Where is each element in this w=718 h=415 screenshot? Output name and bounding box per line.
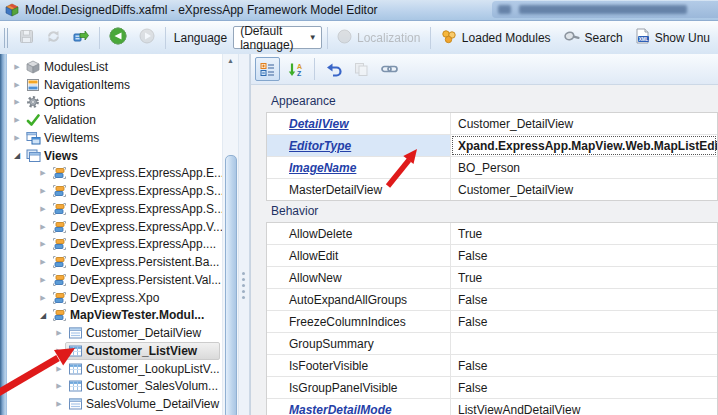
category-header-behavior[interactable]: Behavior	[266, 201, 718, 222]
collapse-arrow-icon[interactable]: ◢	[37, 311, 49, 320]
prop-row-freezecolumnindices[interactable]: FreezeColumnIndicesFalse	[267, 311, 717, 333]
prop-row-masterdetailview[interactable]: MasterDetailViewCustomer_DetailView	[267, 179, 717, 200]
expand-arrow-icon[interactable]: ▶	[53, 329, 65, 337]
prop-name-cell[interactable]: IsFooterVisible	[267, 355, 451, 376]
expand-arrow-icon[interactable]: ▶	[37, 169, 49, 177]
expand-arrow-icon[interactable]: ▶	[37, 223, 49, 231]
tree-item-devexpress-xpo[interactable]: ▶DevExpress.Xpo	[7, 289, 220, 307]
flush-changes-button[interactable]	[68, 26, 94, 50]
tree-item-customer-lookuplistv[interactable]: ▶Customer_LookupListV...	[7, 360, 220, 378]
prop-value-cell[interactable]: False	[451, 377, 717, 398]
tree-item-devexpress-expressapp-v[interactable]: ▶DevExpress.ExpressApp.V...	[7, 218, 220, 236]
expand-arrow-icon[interactable]: ▶	[37, 205, 49, 213]
prop-row-groupsummary[interactable]: GroupSummary	[267, 333, 717, 355]
language-select[interactable]: (Default language) ▼	[233, 26, 321, 49]
back-button[interactable]	[104, 26, 132, 50]
prop-value-cell[interactable]: ListViewAndDetailView	[451, 399, 717, 415]
prop-name-cell[interactable]: AllowDelete	[267, 223, 451, 244]
expand-arrow-icon[interactable]: ▶	[11, 98, 23, 106]
prop-name-cell[interactable]: DetailView	[267, 113, 451, 134]
tree-item-devexpress-persistent-ba[interactable]: ▶DevExpress.Persistent.Ba...	[7, 253, 220, 271]
prop-row-masterdetailmode[interactable]: MasterDetailModeListViewAndDetailView	[267, 399, 717, 415]
prop-name-cell[interactable]: MasterDetailView	[267, 179, 451, 200]
expand-arrow-icon[interactable]: ▶	[11, 81, 23, 89]
tree-item-devexpress-expressapp-e[interactable]: ▶DevExpress.ExpressApp.E...	[7, 165, 220, 183]
collapse-arrow-icon[interactable]: ◢	[11, 151, 23, 160]
tree-item-devexpress-expressapp-s[interactable]: ▶DevExpress.ExpressApp.S...	[7, 200, 220, 218]
expand-arrow-icon[interactable]: ▶	[37, 240, 49, 248]
tree-item-options[interactable]: ▶Options	[7, 94, 220, 112]
tree-item-customer-detailview[interactable]: ▶Customer_DetailView	[7, 324, 220, 342]
prop-value-cell[interactable]: False	[451, 289, 717, 310]
prop-row-isfootervisible[interactable]: IsFooterVisibleFalse	[267, 355, 717, 377]
undo-button[interactable]	[321, 57, 346, 81]
expand-arrow-icon[interactable]: ▶	[53, 365, 65, 373]
tree-item-moduleslist[interactable]: ▶ModulesList	[7, 58, 220, 76]
prop-name-cell[interactable]: GroupSummary	[267, 333, 451, 354]
prop-value-cell[interactable]: True	[451, 267, 717, 288]
copy-button[interactable]	[349, 57, 374, 81]
prop-row-allowdelete[interactable]: AllowDeleteTrue	[267, 223, 717, 245]
save-button[interactable]	[14, 26, 39, 50]
tree-item-viewitems[interactable]: ▶ViewItems	[7, 129, 220, 147]
forward-button[interactable]	[134, 26, 160, 50]
prop-name-cell[interactable]: FreezeColumnIndices	[267, 311, 451, 332]
prop-value-cell[interactable]: BO_Person	[451, 157, 717, 178]
search-button[interactable]: Search	[558, 26, 628, 50]
show-unused-button[interactable]: XML Show Unu	[630, 26, 715, 50]
toolbar-grip[interactable]	[4, 28, 8, 48]
prop-name-cell[interactable]: AllowNew	[267, 267, 451, 288]
expand-arrow-icon[interactable]: ▶	[37, 294, 49, 302]
prop-row-allowedit[interactable]: AllowEditFalse	[267, 245, 717, 267]
prop-row-allownew[interactable]: AllowNewTrue	[267, 267, 717, 289]
prop-row-isgrouppanelvisible[interactable]: IsGroupPanelVisibleFalse	[267, 377, 717, 399]
prop-value-cell[interactable]: False	[451, 245, 717, 266]
expand-arrow-icon[interactable]: ▶	[37, 187, 49, 195]
tree-item-views[interactable]: ◢Views	[7, 147, 220, 165]
localization-button[interactable]: Localization	[332, 26, 425, 50]
expand-arrow-icon[interactable]: ▶	[11, 63, 23, 71]
prop-name-cell[interactable]: AutoExpandAllGroups	[267, 289, 451, 310]
tree-scrollbar-thumb[interactable]	[225, 155, 237, 415]
prop-name[interactable]: DetailView	[289, 117, 349, 131]
panel-splitter[interactable]	[238, 54, 250, 415]
prop-row-imagename[interactable]: ImageNameBO_Person	[267, 157, 717, 179]
tree-item-customer-salesvolum[interactable]: ▶Customer_SalesVolum...	[7, 378, 220, 396]
expand-arrow-icon[interactable]: ▶	[53, 400, 65, 408]
tree-scrollbar[interactable]: ▲	[222, 54, 238, 415]
category-header-appearance[interactable]: Appearance	[266, 91, 718, 112]
prop-value-cell[interactable]: Customer_DetailView	[451, 179, 717, 200]
expand-arrow-icon[interactable]: ▶	[11, 134, 23, 142]
tree-item-validation[interactable]: ▶Validation	[7, 111, 220, 129]
prop-name[interactable]: EditorType	[289, 139, 351, 153]
prop-row-editortype[interactable]: EditorTypeXpand.ExpressApp.MapView.Web.M…	[267, 135, 717, 157]
prop-value-cell[interactable]: True	[451, 223, 717, 244]
prop-name[interactable]: ImageName	[289, 161, 356, 175]
loaded-modules-button[interactable]: Loaded Modules	[436, 26, 556, 50]
tree-item-customer-listview[interactable]: ▶Customer_ListView	[7, 342, 220, 360]
tree-item-mapviewtester-modul[interactable]: ◢MapViewTester.Modul...	[7, 307, 220, 325]
tree-item-salesvolume-detailview[interactable]: ▶SalesVolume_DetailView	[7, 395, 220, 413]
expand-arrow-icon[interactable]: ▶	[53, 347, 65, 355]
link-button[interactable]	[377, 57, 402, 81]
prop-value-cell[interactable]: False	[451, 355, 717, 376]
expand-arrow-icon[interactable]: ▶	[53, 382, 65, 390]
tree-item-devexpress-persistent-val[interactable]: ▶DevExpress.Persistent.Val...	[7, 271, 220, 289]
tree-item-devexpress-expressapp[interactable]: ▶DevExpress.ExpressApp....	[7, 236, 220, 254]
tree-item-devexpress-expressapp-s[interactable]: ▶DevExpress.ExpressApp.S...	[7, 182, 220, 200]
prop-name-cell[interactable]: IsGroupPanelVisible	[267, 377, 451, 398]
prop-value-cell[interactable]: False	[451, 311, 717, 332]
expand-arrow-icon[interactable]: ▶	[37, 258, 49, 266]
refresh-button[interactable]	[41, 26, 66, 50]
prop-value-cell[interactable]: Xpand.ExpressApp.MapView.Web.MapListEdit…	[451, 135, 717, 156]
prop-name-cell[interactable]: MasterDetailMode	[267, 399, 451, 415]
prop-name-cell[interactable]: EditorType	[267, 135, 451, 156]
prop-name-cell[interactable]: ImageName	[267, 157, 451, 178]
scroll-up-arrow-icon[interactable]: ▲	[223, 57, 238, 64]
prop-value-cell[interactable]: Customer_DetailView	[451, 113, 717, 134]
sort-az-button[interactable]: AZ	[283, 57, 308, 81]
prop-name[interactable]: MasterDetailMode	[289, 403, 392, 415]
tree-item-navigationitems[interactable]: ▶NavigationItems	[7, 76, 220, 94]
expand-arrow-icon[interactable]: ▶	[11, 116, 23, 124]
prop-row-detailview[interactable]: DetailViewCustomer_DetailView	[267, 113, 717, 135]
